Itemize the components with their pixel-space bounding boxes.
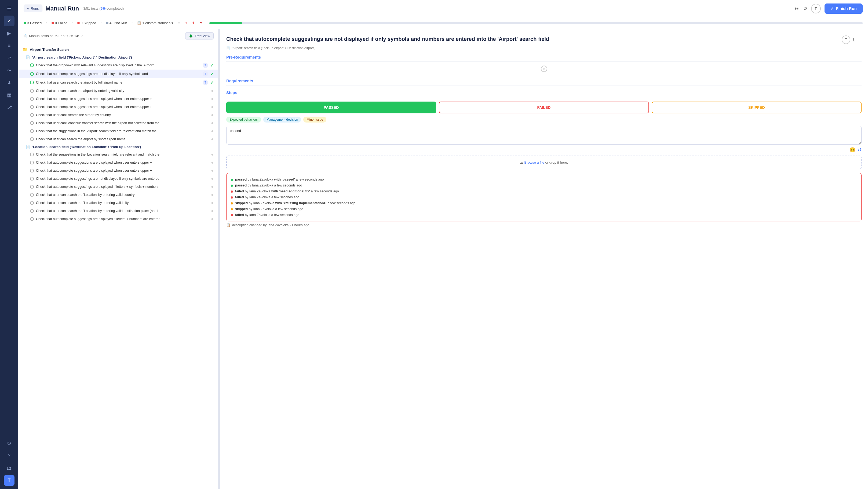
list-icon[interactable]: ≡ <box>4 40 14 51</box>
statusbar: 3 Passed • 0 Failed • 0 Skipped • 48 Not… <box>18 17 868 29</box>
test-status-circle <box>30 113 34 117</box>
check-icon[interactable]: ✓ <box>4 16 14 26</box>
suite-airport-field[interactable]: 📄 'Airport' search field ('Pick-up Airpo… <box>18 54 218 61</box>
bar-icon[interactable]: ▦ <box>4 90 14 100</box>
test-detail-header: Check that autocomplete suggestings are … <box>226 35 862 50</box>
doc-icon: 📄 <box>26 55 30 59</box>
test-item[interactable]: Check that autocomplete suggestings are … <box>18 69 218 78</box>
test-item[interactable]: Check that autocomplete suggestings are … <box>18 175 218 183</box>
emoji-button[interactable]: 😊 <box>849 147 856 153</box>
doc-icon: 📄 <box>23 34 27 38</box>
folder-airport-transfer[interactable]: 📁 Airport Transfer Search <box>18 45 218 54</box>
test-item[interactable]: Check that user can search the 'Location… <box>18 199 218 207</box>
settings-icon[interactable]: ⚙ <box>4 438 14 449</box>
test-item[interactable]: Check that user can search the 'Location… <box>18 207 218 215</box>
test-logo-icon: T <box>842 35 850 44</box>
test-item[interactable]: Check that the suggestions in the 'Airpo… <box>18 127 218 135</box>
test-badge: T <box>203 63 208 68</box>
test-item[interactable]: Check that the suggestions in the 'Locat… <box>18 150 218 159</box>
browse-file-link[interactable]: Browse a file <box>524 161 544 165</box>
act-dot-green <box>231 184 233 187</box>
activity-item: passed by Iana Zavoloka with 'passed' a … <box>231 176 857 182</box>
help-icon[interactable]: ? <box>4 450 14 461</box>
tree-view-button[interactable]: 🌲 Tree View <box>185 32 214 39</box>
test-item[interactable]: Check that autocomplete suggestings are … <box>18 183 218 191</box>
passed-button[interactable]: PASSED <box>226 102 436 113</box>
test-status-circle <box>30 137 34 141</box>
activity-box: passed by Iana Zavoloka with 'passed' a … <box>226 173 862 221</box>
detail-breadcrumb: 📄 'Airport' search field ('Pick-up Airpo… <box>226 46 862 50</box>
test-item[interactable]: Check that autocomplete suggestions are … <box>18 95 218 103</box>
test-badge: T <box>203 71 208 77</box>
user-avatar: T <box>811 4 821 13</box>
test-item[interactable]: Check that the dropdown with relevant su… <box>18 61 218 69</box>
left-header: 📄 Manual tests at 06 Feb 2025 14:17 🌲 Tr… <box>18 29 218 43</box>
progress-bar <box>209 22 863 24</box>
test-list: 📁 Airport Transfer Search 📄 'Airport' se… <box>18 43 218 489</box>
test-status-circle <box>30 105 34 109</box>
fast-forward-button[interactable]: ⏭ <box>795 6 800 11</box>
status-gray-icon: ● <box>211 129 214 134</box>
refresh-comment-button[interactable]: ↺ <box>858 147 862 153</box>
refresh-button[interactable]: ↺ <box>803 6 807 11</box>
test-item[interactable]: Check that user can't continue transfer … <box>18 119 218 127</box>
test-status-circle <box>30 161 34 165</box>
check-green-icon: ✔ <box>210 63 214 68</box>
import-icon[interactable]: ⬇ <box>4 77 14 88</box>
status-gray-icon: ● <box>211 105 214 109</box>
play-icon[interactable]: ▶ <box>4 28 14 39</box>
activity-item: failed by Iana Zavoloka a few seconds ag… <box>231 194 857 200</box>
activity-item: failed by Iana Zavoloka with 'need addit… <box>231 188 857 194</box>
act-dot-red <box>231 214 233 216</box>
comment-input[interactable]: passed <box>226 126 862 145</box>
test-item[interactable]: Check that user can search the 'Location… <box>18 191 218 199</box>
test-status-circle <box>30 169 34 172</box>
pre-req-circle: ○ <box>541 65 547 72</box>
test-status-circle <box>30 89 34 93</box>
test-item[interactable]: Check that user can't search the airport… <box>18 111 218 119</box>
status-gray-icon: ● <box>211 168 214 173</box>
file-drop-area[interactable]: ☁ Browse a file or drop it here. <box>226 155 862 169</box>
info-button[interactable]: ℹ <box>853 37 855 42</box>
test-item[interactable]: Check that autocomplete suggestions are … <box>18 103 218 111</box>
wave-icon[interactable]: 〜 <box>4 65 14 76</box>
pre-requirements-title: Pre-Requirements <box>226 55 862 59</box>
test-detail-panel: Check that autocomplete suggestings are … <box>220 29 868 489</box>
runs-back-button[interactable]: « Runs <box>24 5 42 12</box>
menu-icon[interactable]: ☰ <box>4 3 14 14</box>
progress-fill <box>209 22 242 24</box>
test-item[interactable]: Check that autocomplete suggestions are … <box>18 159 218 167</box>
failed-dot <box>52 22 54 24</box>
test-status-circle <box>30 121 34 125</box>
test-item[interactable]: Check that user can search the airport b… <box>18 78 218 87</box>
skipped-button[interactable]: SKIPPED <box>652 102 862 113</box>
chevron-down-icon: ▾ <box>172 21 174 25</box>
requirements-title: Requirements <box>226 79 862 83</box>
check-green-icon: ✔ <box>210 71 214 77</box>
test-status-circle <box>30 201 34 205</box>
test-item[interactable]: Check that autocomplete suggestings are … <box>18 215 218 223</box>
test-item[interactable]: Check that user can search the airport b… <box>18 87 218 95</box>
detail-actions: T ℹ ⋯ <box>842 35 862 44</box>
suite-location-field[interactable]: 📄 'Location' search field ('Destination … <box>18 143 218 150</box>
test-item[interactable]: Check that autocomplete suggestions are … <box>18 167 218 175</box>
status-gray-icon: ● <box>211 217 214 221</box>
status-flag-1: ⬆ <box>185 21 188 25</box>
failed-button[interactable]: FAILED <box>439 102 649 113</box>
custom-status[interactable]: 📋 1 custom statuses ▾ <box>137 21 174 25</box>
files-icon[interactable]: 🗂 <box>4 463 14 473</box>
status-gray-icon: ● <box>211 113 214 117</box>
status-gray-icon: ● <box>211 137 214 142</box>
tag-expected[interactable]: Expected behaviour <box>226 117 261 122</box>
chart-icon[interactable]: ↗ <box>4 53 14 63</box>
act-dot-red <box>231 191 233 193</box>
test-item[interactable]: Check that user can search the airport b… <box>18 135 218 143</box>
breadcrumb-doc-icon: 📄 <box>226 46 230 50</box>
more-button[interactable]: ⋯ <box>857 37 862 42</box>
logo-icon: T <box>4 475 14 486</box>
tag-management[interactable]: Management decision <box>263 117 301 122</box>
finish-run-button[interactable]: ✓ Finish Run <box>825 3 863 14</box>
tag-minor[interactable]: Minor issue <box>303 117 326 122</box>
status-sep-circle: ○ <box>178 21 180 26</box>
branch-icon[interactable]: ⎇ <box>4 102 14 113</box>
